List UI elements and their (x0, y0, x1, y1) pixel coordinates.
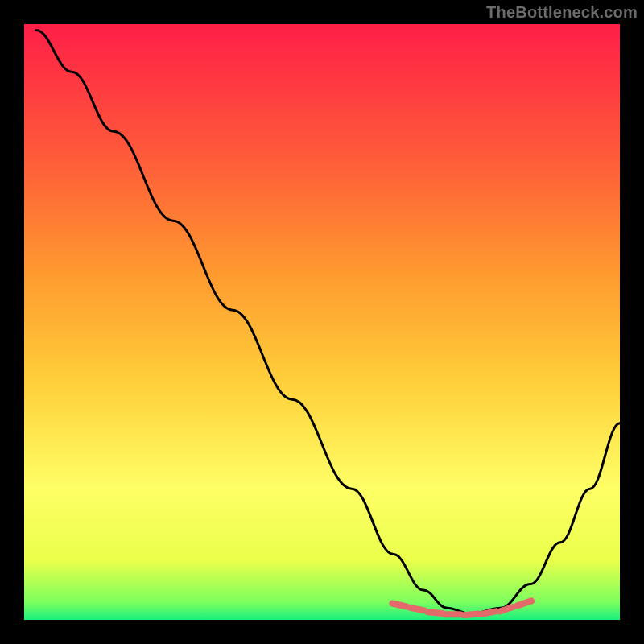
gradient-background (24, 24, 620, 620)
trough-dash-segment (518, 601, 531, 605)
trough-dash-segment (500, 607, 514, 612)
plot-area (24, 24, 620, 620)
trough-dash-segment (481, 611, 496, 614)
trough-dash-segment (428, 612, 443, 613)
trough-dash-segment (464, 613, 478, 615)
trough-dash-segment (392, 604, 407, 607)
chart-svg (24, 24, 620, 620)
chart-frame: TheBottleneck.com (0, 0, 644, 644)
watermark-label: TheBottleneck.com (486, 3, 638, 22)
trough-dash-segment (411, 608, 425, 611)
